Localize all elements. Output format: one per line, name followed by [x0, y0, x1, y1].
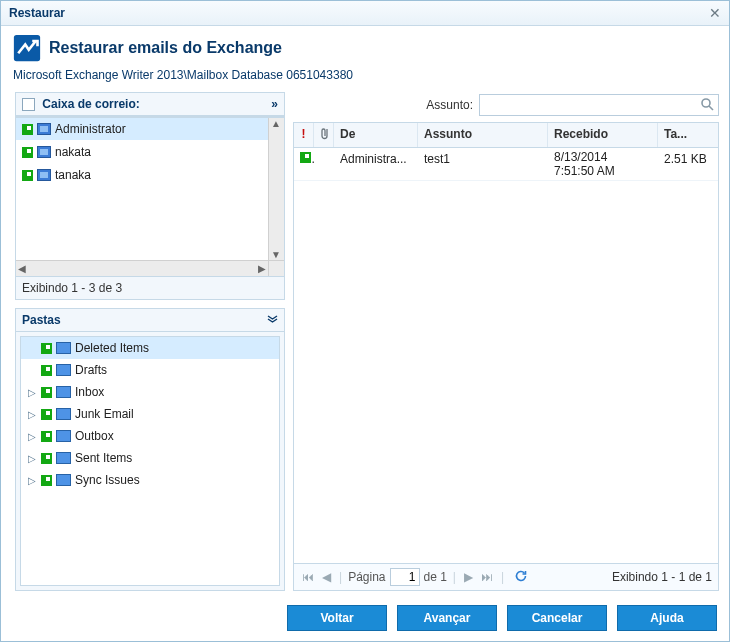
status-square-icon: [22, 124, 33, 135]
help-button[interactable]: Ajuda: [617, 605, 717, 631]
header-row: Restaurar emails do Exchange: [13, 34, 717, 62]
attachment-icon: [320, 129, 331, 143]
status-square-icon: [41, 431, 52, 442]
folder-item[interactable]: Drafts: [21, 359, 279, 381]
cell-subject: test1: [418, 148, 548, 180]
mailbox-icon: [37, 169, 51, 181]
mailbox-item-label: tanaka: [55, 168, 91, 182]
folders-panel-header: Pastas: [16, 309, 284, 332]
folder-item-label: Drafts: [75, 363, 107, 377]
status-square-icon: [41, 475, 52, 486]
right-pane: Assunto: ! De Assunto Recebido: [293, 92, 719, 591]
grid-header: ! De Assunto Recebido Ta...: [294, 123, 718, 148]
scroll-corner: [268, 260, 284, 276]
page-label: Página: [348, 570, 385, 584]
refresh-icon[interactable]: [510, 569, 532, 586]
folder-icon: [56, 386, 71, 398]
cell-received: 8/13/20147:51:50 AM: [548, 148, 658, 180]
search-row: Assunto:: [293, 92, 719, 122]
col-received[interactable]: Recebido: [548, 123, 658, 147]
page-input[interactable]: [390, 568, 420, 586]
folder-item[interactable]: ▷Sent Items: [21, 447, 279, 469]
breadcrumb: Microsoft Exchange Writer 2013\Mailbox D…: [13, 68, 717, 82]
folder-item[interactable]: ▷Inbox: [21, 381, 279, 403]
status-square-icon: [22, 147, 33, 158]
folder-item-label: Junk Email: [75, 407, 134, 421]
table-row[interactable]: Administra...test18/13/20147:51:50 AM2.5…: [294, 148, 718, 181]
mailbox-panel: Caixa de correio: »: [15, 92, 285, 117]
folder-item[interactable]: ▷Outbox: [21, 425, 279, 447]
mailbox-list: Administratornakatatanaka ◀▶: [15, 117, 285, 277]
horizontal-scrollbar[interactable]: ◀▶: [16, 260, 268, 276]
folder-icon: [56, 408, 71, 420]
folder-icon: [56, 364, 71, 376]
close-icon[interactable]: ✕: [709, 5, 721, 21]
col-size[interactable]: Ta...: [658, 123, 718, 147]
search-label: Assunto:: [293, 98, 473, 112]
folder-icon: [56, 474, 71, 486]
body: Caixa de correio: » Administratornakatat…: [1, 88, 729, 595]
folder-item[interactable]: Deleted Items: [21, 337, 279, 359]
mailbox-item[interactable]: nakata: [16, 141, 268, 164]
mailbox-expand-icon[interactable]: »: [271, 97, 278, 111]
first-page-icon[interactable]: ⏮: [300, 570, 316, 584]
next-page-icon[interactable]: ▶: [462, 570, 475, 584]
expand-tree-icon[interactable]: ▷: [27, 387, 37, 398]
search-icon[interactable]: [700, 97, 714, 114]
status-square-icon: [41, 453, 52, 464]
expand-tree-icon[interactable]: ▷: [27, 475, 37, 486]
folder-item[interactable]: ▷Junk Email: [21, 403, 279, 425]
status-square-icon: [300, 152, 311, 163]
status-square-icon: [41, 365, 52, 376]
mailbox-item[interactable]: Administrator: [16, 118, 268, 141]
paging-controls: ⏮ ◀ | Página de 1 | ▶ ⏭ |: [300, 568, 532, 586]
col-flag[interactable]: !: [294, 123, 314, 147]
header-block: Restaurar emails do Exchange Microsoft E…: [1, 26, 729, 88]
back-button[interactable]: Voltar: [287, 605, 387, 631]
status-square-icon: [22, 170, 33, 181]
cell-attach: [314, 148, 334, 180]
svg-point-1: [702, 99, 710, 107]
col-attach[interactable]: [314, 123, 334, 147]
search-input[interactable]: [484, 97, 700, 113]
expand-tree-icon[interactable]: ▷: [27, 431, 37, 442]
mailbox-icon: [37, 123, 51, 135]
expand-tree-icon[interactable]: ▷: [27, 453, 37, 464]
folder-item-label: Outbox: [75, 429, 114, 443]
col-subject[interactable]: Assunto: [418, 123, 548, 147]
col-from[interactable]: De: [334, 123, 418, 147]
grid-body: Administra...test18/13/20147:51:50 AM2.5…: [294, 148, 718, 563]
search-box[interactable]: [479, 94, 719, 116]
left-pane: Caixa de correio: » Administratornakatat…: [15, 92, 285, 591]
mailbox-icon: [37, 146, 51, 158]
expand-tree-icon[interactable]: ▷: [27, 409, 37, 420]
restore-dialog: Restaurar ✕ Restaurar emails do Exchange…: [0, 0, 730, 642]
cell-flag: [294, 148, 314, 180]
mailbox-select-all-checkbox[interactable]: [22, 98, 35, 111]
exchange-restore-icon: [13, 34, 41, 62]
folders-collapse-icon[interactable]: [267, 313, 278, 327]
window-title: Restaurar: [9, 6, 65, 20]
last-page-icon[interactable]: ⏭: [479, 570, 495, 584]
cancel-button[interactable]: Cancelar: [507, 605, 607, 631]
folders-list: Deleted ItemsDrafts▷Inbox▷Junk Email▷Out…: [20, 336, 280, 586]
folder-icon: [56, 452, 71, 464]
mailbox-item-label: nakata: [55, 145, 91, 159]
page-heading: Restaurar emails do Exchange: [49, 39, 282, 57]
footer: Voltar Avançar Cancelar Ajuda: [1, 595, 729, 641]
mailbox-item-label: Administrator: [55, 122, 126, 136]
message-grid: ! De Assunto Recebido Ta... Administra..…: [293, 122, 719, 564]
next-button[interactable]: Avançar: [397, 605, 497, 631]
vertical-scrollbar[interactable]: [268, 118, 284, 260]
importance-icon: !: [302, 127, 306, 141]
folder-icon: [56, 342, 71, 354]
folder-item[interactable]: ▷Sync Issues: [21, 469, 279, 491]
folder-item-label: Sent Items: [75, 451, 132, 465]
status-square-icon: [41, 409, 52, 420]
cell-size: 2.51 KB: [658, 148, 718, 180]
mailbox-panel-label: Caixa de correio:: [22, 97, 140, 111]
prev-page-icon[interactable]: ◀: [320, 570, 333, 584]
status-square-icon: [41, 387, 52, 398]
mailbox-item[interactable]: tanaka: [16, 164, 268, 187]
folder-item-label: Deleted Items: [75, 341, 149, 355]
